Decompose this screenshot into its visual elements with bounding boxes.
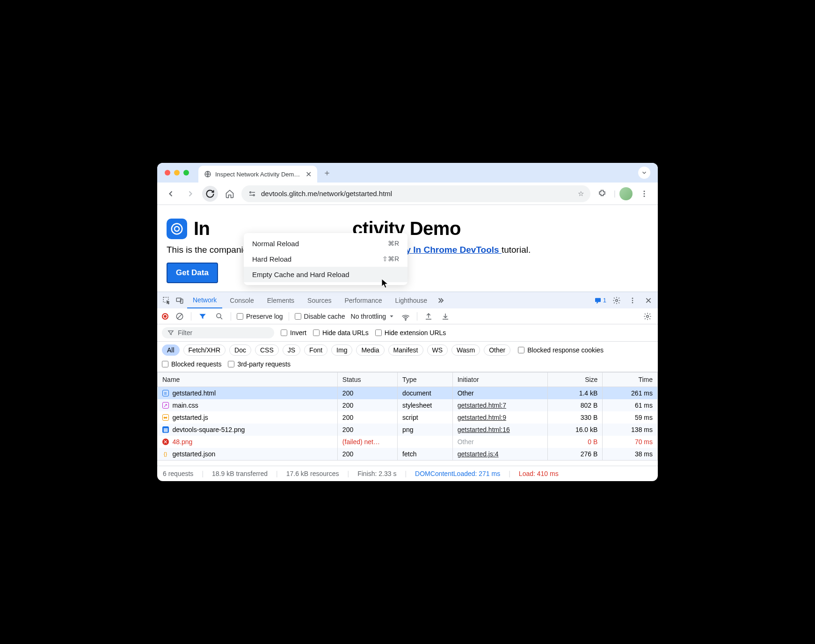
svg-point-15: [632, 302, 633, 303]
back-button[interactable]: [163, 186, 179, 202]
tab-performance[interactable]: Performance: [339, 293, 387, 308]
col-time[interactable]: Time: [603, 373, 658, 387]
svg-point-2: [253, 194, 255, 196]
svg-point-6: [172, 223, 182, 234]
table-row[interactable]: ≡getstarted.html200documentOther1.4 kB26…: [158, 387, 658, 400]
new-tab-button[interactable]: ＋: [323, 167, 331, 178]
table-header-row: Name Status Type Initiator Size Time: [158, 373, 658, 387]
type-pill-fetchxhr[interactable]: Fetch/XHR: [183, 344, 226, 356]
minimize-window-button[interactable]: [174, 170, 180, 176]
tab-bar: Inspect Network Activity Dem… ✕ ＋: [157, 163, 658, 183]
svg-point-12: [616, 299, 618, 301]
network-conditions-icon[interactable]: [400, 311, 411, 322]
throttling-select[interactable]: No throttling: [351, 313, 394, 320]
preserve-log-checkbox[interactable]: Preserve log: [237, 313, 283, 320]
search-icon[interactable]: [214, 311, 225, 322]
page-content: Inspect Network Activity Demo This is th…: [157, 205, 658, 292]
home-button[interactable]: [222, 186, 238, 202]
svg-point-13: [632, 298, 633, 299]
svg-point-1: [250, 191, 251, 193]
filter-icon[interactable]: [197, 311, 208, 322]
more-tabs-icon[interactable]: [435, 295, 446, 306]
tabs-overflow-button[interactable]: [638, 167, 650, 179]
table-row[interactable]: ▦devtools-square-512.png200pnggetstarted…: [158, 424, 658, 436]
menu-icon[interactable]: [636, 186, 652, 202]
col-initiator[interactable]: Initiator: [452, 373, 547, 387]
third-party-checkbox[interactable]: 3rd-party requests: [228, 360, 291, 368]
type-pill-wasm[interactable]: Wasm: [451, 344, 480, 356]
menu-item-hard-reload[interactable]: Hard Reload ⇧⌘R: [244, 251, 408, 267]
type-pill-ws[interactable]: WS: [427, 344, 448, 356]
blocked-requests-checkbox[interactable]: Blocked requests: [162, 360, 221, 368]
type-pill-css[interactable]: CSS: [255, 344, 279, 356]
network-settings-icon[interactable]: [642, 311, 653, 322]
col-size[interactable]: Size: [547, 373, 603, 387]
type-pill-js[interactable]: JS: [283, 344, 300, 356]
profile-avatar[interactable]: [619, 187, 633, 200]
svg-point-4: [644, 193, 645, 194]
download-har-icon[interactable]: [440, 311, 451, 322]
address-bar[interactable]: devtools.glitch.me/network/getstarted.ht…: [241, 185, 590, 202]
type-pill-media[interactable]: Media: [356, 344, 384, 356]
device-toolbar-icon[interactable]: [174, 295, 185, 306]
type-pill-other[interactable]: Other: [484, 344, 510, 356]
extensions-icon[interactable]: [594, 186, 610, 202]
disable-cache-checkbox[interactable]: Disable cache: [295, 313, 345, 320]
tab-sources[interactable]: Sources: [302, 293, 337, 308]
type-pill-doc[interactable]: Doc: [229, 344, 251, 356]
status-load: Load: 410 ms: [519, 470, 559, 477]
more-options-icon[interactable]: [627, 295, 638, 306]
tab-network[interactable]: Network: [187, 293, 222, 308]
svg-point-18: [405, 319, 406, 320]
table-row[interactable]: ↗main.css200stylesheetgetstarted.html:78…: [158, 399, 658, 411]
clear-button[interactable]: [174, 311, 185, 322]
filter-row: Filter Invert Hide data URLs Hide extens…: [157, 324, 658, 342]
type-pill-all[interactable]: All: [162, 344, 180, 356]
type-pill-manifest[interactable]: Manifest: [388, 344, 423, 356]
tab-elements[interactable]: Elements: [262, 293, 300, 308]
svg-point-3: [644, 190, 645, 192]
svg-point-5: [644, 195, 645, 197]
type-pill-img[interactable]: Img: [331, 344, 352, 356]
more-filters-row: Blocked requests 3rd-party requests: [157, 359, 658, 372]
maximize-window-button[interactable]: [183, 170, 189, 176]
svg-point-19: [647, 315, 649, 317]
invert-checkbox[interactable]: Invert: [281, 329, 306, 337]
reload-button[interactable]: [202, 186, 218, 202]
table-row[interactable]: {}getstarted.json200fetchgetstarted.js:4…: [158, 448, 658, 460]
close-window-button[interactable]: [165, 170, 170, 176]
hide-extension-urls-checkbox[interactable]: Hide extension URLs: [375, 329, 446, 337]
bookmark-icon[interactable]: ☆: [578, 190, 584, 198]
type-pill-font[interactable]: Font: [304, 344, 327, 356]
tab-lighthouse[interactable]: Lighthouse: [390, 293, 433, 308]
close-tab-icon[interactable]: ✕: [306, 170, 312, 179]
table-row[interactable]: ✕48.png(failed) net…Other0 B70 ms: [158, 436, 658, 448]
upload-har-icon[interactable]: [423, 311, 434, 322]
cursor-icon: [382, 279, 389, 288]
record-button[interactable]: [162, 313, 168, 320]
menu-item-normal-reload[interactable]: Normal Reload ⌘R: [244, 236, 408, 251]
page-description: This is the companion demo for the Inspe…: [167, 245, 648, 255]
hide-data-urls-checkbox[interactable]: Hide data URLs: [313, 329, 369, 337]
status-requests: 6 requests: [163, 470, 193, 477]
site-settings-icon[interactable]: [248, 190, 256, 198]
status-resources: 17.6 kB resources: [286, 470, 339, 477]
status-finish: Finish: 2.33 s: [357, 470, 396, 477]
blocked-response-cookies-checkbox[interactable]: Blocked response cookies: [518, 346, 604, 354]
get-data-button[interactable]: Get Data: [167, 263, 218, 283]
browser-tab[interactable]: Inspect Network Activity Dem… ✕: [198, 166, 317, 183]
forward-button[interactable]: [182, 186, 198, 202]
messages-badge[interactable]: 1: [594, 297, 606, 304]
table-row[interactable]: ⬌getstarted.js200scriptgetstarted.html:9…: [158, 411, 658, 424]
close-devtools-icon[interactable]: [643, 295, 654, 306]
network-status-bar: 6 requests | 18.9 kB transferred | 17.6 …: [157, 466, 658, 481]
col-status[interactable]: Status: [337, 373, 397, 387]
col-type[interactable]: Type: [398, 373, 453, 387]
tab-title: Inspect Network Activity Dem…: [215, 171, 300, 178]
settings-icon[interactable]: [611, 295, 622, 306]
tab-console[interactable]: Console: [224, 293, 259, 308]
inspect-element-icon[interactable]: [161, 295, 172, 306]
filter-input[interactable]: Filter: [162, 327, 274, 338]
svg-point-7: [175, 227, 179, 231]
col-name[interactable]: Name: [158, 373, 338, 387]
